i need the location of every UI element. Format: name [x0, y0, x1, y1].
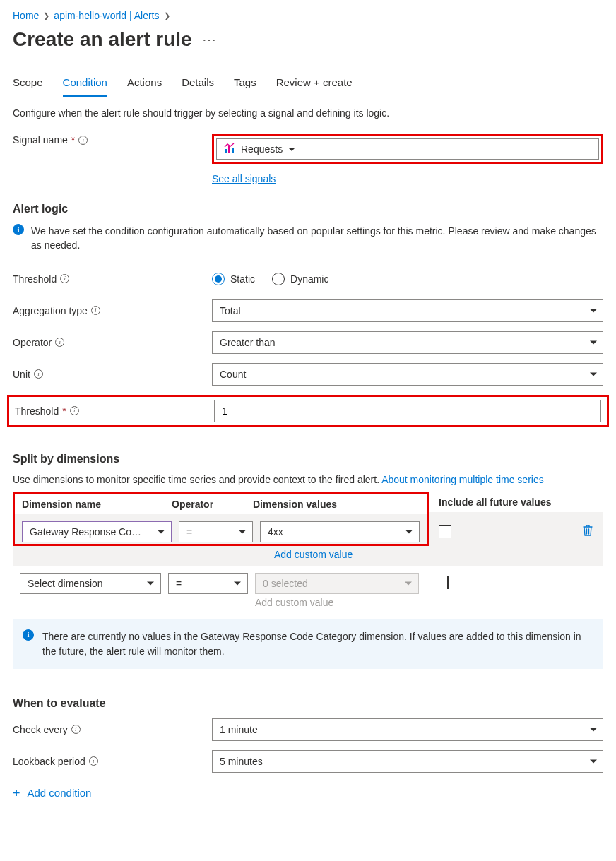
chevron-down-icon: [405, 530, 413, 533]
tab-review[interactable]: Review + create: [276, 72, 353, 97]
dimension-name-select[interactable]: Select dimension: [20, 573, 161, 594]
threshold-label: Threshold: [15, 405, 59, 417]
see-all-signals-link[interactable]: See all signals: [212, 173, 276, 184]
tabs: Scope Condition Actions Details Tags Rev…: [13, 72, 603, 97]
dimension-values-placeholder: 0 selected: [263, 578, 308, 589]
dimension-values-value: 4xx: [268, 526, 283, 538]
info-icon[interactable]: i: [89, 756, 98, 766]
include-future-checkbox[interactable]: [447, 576, 449, 589]
breadcrumb-item[interactable]: apim-hello-world | Alerts: [54, 10, 159, 21]
unit-value: Count: [220, 369, 246, 380]
page-title: Create an alert rule: [13, 28, 192, 51]
info-icon[interactable]: i: [71, 725, 81, 734]
dimensions-desc-link[interactable]: About monitoring multiple time series: [381, 474, 544, 485]
dimension-operator-value: =: [176, 578, 182, 589]
alert-logic-heading: Alert logic: [13, 203, 603, 215]
plus-icon: +: [13, 787, 20, 800]
chevron-down-icon: [239, 530, 246, 533]
tab-details[interactable]: Details: [182, 72, 214, 97]
tab-scope[interactable]: Scope: [13, 72, 43, 97]
dim-header-include: Include all future values: [429, 492, 603, 512]
more-actions-button[interactable]: ⋯: [202, 32, 217, 47]
lookback-select[interactable]: 5 minutes: [212, 750, 603, 773]
info-icon[interactable]: i: [55, 338, 64, 347]
metrics-icon: [224, 143, 235, 156]
operator-value: Greater than: [220, 337, 276, 348]
breadcrumb-home[interactable]: Home: [13, 10, 39, 21]
info-icon[interactable]: i: [78, 136, 88, 145]
chevron-down-icon: [590, 728, 597, 731]
svg-rect-0: [225, 149, 227, 153]
check-every-label: Check every: [13, 724, 68, 735]
tab-condition[interactable]: Condition: [63, 72, 107, 97]
info-icon[interactable]: i: [34, 369, 43, 379]
chevron-down-icon: [147, 581, 154, 585]
info-icon[interactable]: i: [60, 274, 69, 283]
chevron-right-icon: ❯: [164, 11, 170, 20]
info-icon[interactable]: i: [91, 306, 100, 315]
dim-header-values: Dimension values: [253, 499, 420, 510]
radio-dynamic-label: Dynamic: [290, 273, 328, 285]
chevron-right-icon: ❯: [43, 11, 49, 20]
threshold-input[interactable]: [214, 400, 601, 422]
signal-highlight: Requests: [212, 134, 603, 164]
dimension-name-value: Select dimension: [28, 578, 103, 589]
radio-static-label: Static: [230, 273, 255, 285]
chevron-down-icon: [405, 581, 412, 585]
alert-logic-info: We have set the condition configuration …: [31, 224, 603, 253]
include-future-checkbox[interactable]: [439, 525, 451, 538]
signal-name-label: Signal name: [13, 134, 68, 146]
dim-header-name: Dimension name: [22, 499, 172, 510]
check-every-value: 1 minute: [220, 724, 258, 735]
signal-name-value: Requests: [241, 143, 283, 155]
required-asterisk: *: [62, 405, 66, 417]
aggregation-value: Total: [220, 305, 241, 316]
intro-text: Configure when the alert rule should tri…: [13, 107, 603, 119]
dimension-values-select-disabled: 0 selected: [255, 573, 419, 594]
info-icon: i: [13, 224, 24, 235]
delete-dimension-button[interactable]: [582, 524, 593, 539]
evaluate-heading: When to evaluate: [13, 697, 603, 710]
dimension-name-value: Gateway Response Co…: [30, 526, 141, 538]
add-custom-value-link[interactable]: Add custom value: [274, 549, 353, 560]
aggregation-select[interactable]: Total: [212, 299, 603, 322]
dim-header-operator: Operator: [172, 499, 253, 510]
trash-icon: [582, 524, 593, 537]
tab-tags[interactable]: Tags: [234, 72, 256, 97]
unit-select[interactable]: Count: [212, 363, 603, 386]
tab-actions[interactable]: Actions: [127, 72, 162, 97]
threshold-highlight: Threshold * i: [7, 395, 609, 427]
chevron-down-icon: [234, 581, 241, 585]
lookback-label: Lookback period: [13, 756, 85, 767]
add-custom-value-disabled: Add custom value: [255, 597, 333, 608]
check-every-select[interactable]: 1 minute: [212, 718, 603, 741]
dimension-operator-select[interactable]: =: [179, 521, 253, 542]
lookback-value: 5 minutes: [220, 756, 263, 767]
dimensions-heading: Split by dimensions: [13, 453, 603, 465]
radio-dynamic[interactable]: Dynamic: [272, 273, 328, 285]
chevron-down-icon: [288, 148, 295, 151]
breadcrumb: Home ❯ apim-hello-world | Alerts ❯: [13, 10, 603, 21]
operator-select[interactable]: Greater than: [212, 331, 603, 354]
dimension-operator-value: =: [186, 526, 192, 538]
dimension-note: i There are currently no values in the G…: [13, 619, 603, 669]
chevron-down-icon: [590, 340, 597, 344]
svg-rect-1: [228, 146, 230, 153]
chevron-down-icon: [590, 372, 597, 376]
dimension-name-select[interactable]: Gateway Response Co…: [22, 521, 172, 542]
chevron-down-icon: [158, 530, 165, 533]
unit-label: Unit: [13, 369, 30, 380]
threshold-type-label: Threshold: [13, 273, 57, 285]
add-condition-button[interactable]: + Add condition: [13, 783, 603, 804]
signal-name-select[interactable]: Requests: [216, 138, 599, 160]
dimension-values-select[interactable]: 4xx: [260, 521, 420, 542]
chevron-down-icon: [590, 309, 597, 312]
info-icon[interactable]: i: [70, 406, 79, 415]
radio-static[interactable]: Static: [212, 273, 255, 285]
dimensions-desc-text: Use dimensions to monitor specific time …: [13, 474, 381, 485]
dimension-note-text: There are currently no values in the Gat…: [42, 629, 593, 659]
dimension-operator-select[interactable]: =: [168, 573, 248, 594]
chevron-down-icon: [590, 759, 597, 763]
required-asterisk: *: [71, 134, 75, 146]
dimensions-desc: Use dimensions to monitor specific time …: [13, 474, 603, 485]
